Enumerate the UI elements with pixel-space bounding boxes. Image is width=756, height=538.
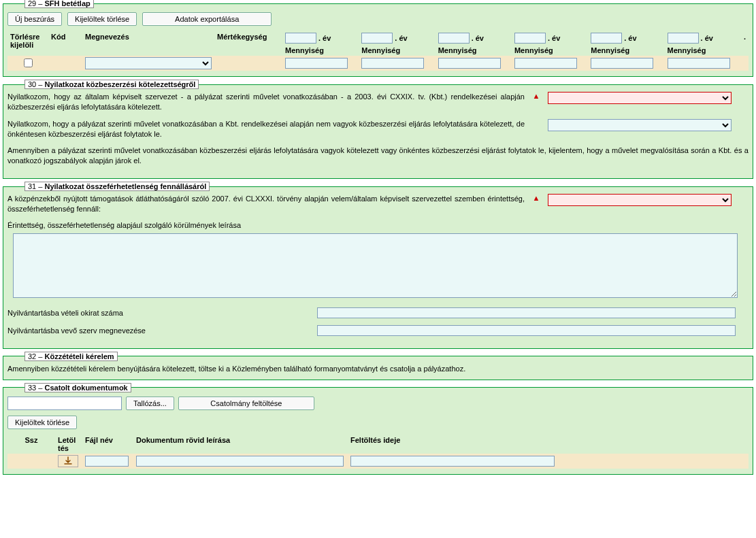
s31-leiras-label: Érintettség, összeférhetetlenség alapjáu… <box>7 221 749 229</box>
docs-button-row: Kijelöltek törlése <box>7 416 749 429</box>
section-kozzeteteli: 32 – Közzétételi kérelem Amennyiben közz… <box>3 352 753 380</box>
year-input-5[interactable] <box>591 33 622 44</box>
year-input-3[interactable] <box>438 33 470 44</box>
attach-row: Tallózás... Csatolmány feltöltése <box>7 397 749 410</box>
csatolmany-feltoltese-button[interactable]: Csatolmány feltöltése <box>178 397 314 410</box>
docs-th-ssz: Ssz <box>7 435 55 454</box>
sfh-th-dot: . <box>741 31 749 56</box>
sfh-th-menny-2: Mennyiség <box>359 45 435 56</box>
s31-szerv-label: Nyilvántartásba vevő szerv megnevezése <box>7 326 310 335</box>
sfh-th-menny-6: Mennyiség <box>665 45 741 56</box>
sfh-th-year-4: . év <box>512 31 588 45</box>
sfh-th-menny-1: Mennyiség <box>282 45 359 56</box>
section-csatolt-dok: 33 – Csatolt dokumentumok Tallózás... Cs… <box>3 383 753 475</box>
section-sfh-betetlap: 29 – SFH betétlap Új beszúrás Kijelöltek… <box>3 0 753 77</box>
docs-th-ideje: Feltöltés ideje <box>348 435 749 454</box>
s31-row-szam: Nyilvántartásba vételi okirat száma <box>7 307 749 318</box>
section-32-legend: 32 – Közzétételi kérelem <box>24 352 118 361</box>
sfh-th-year-6: . év <box>665 31 741 45</box>
sfh-th-menny-3: Mennyiség <box>435 45 512 56</box>
sfh-th-kod: Kód <box>48 31 82 56</box>
section-29-legend: 29 – SFH betétlap <box>24 0 94 8</box>
year-input-1[interactable] <box>285 33 316 44</box>
s31-select-1[interactable] <box>548 194 732 206</box>
adatok-exportalasa-button[interactable]: Adatok exportálása <box>142 12 272 26</box>
section-31-legend: 31 – Nyilatkozat összeférhetetlenség fen… <box>24 182 210 191</box>
sfh-qty-input-3[interactable] <box>438 58 501 69</box>
section-osszeferhetetlenseg: 31 – Nyilatkozat összeférhetetlenség fen… <box>3 182 753 349</box>
sfh-table-row <box>7 56 749 71</box>
s31-szerv-input[interactable] <box>317 325 736 336</box>
docs-th-letoltes: Letöl tés <box>55 435 82 454</box>
sfh-button-row: Új beszúrás Kijelöltek törlése Adatok ex… <box>7 12 749 26</box>
docs-leiras-input[interactable] <box>136 456 344 467</box>
sfh-qty-input-5[interactable] <box>591 58 653 69</box>
sfh-th-year-1: . év <box>282 31 359 45</box>
sfh-delete-checkbox[interactable] <box>24 58 33 67</box>
s30-select-1[interactable] <box>548 92 732 104</box>
sfh-th-year-5: . év <box>588 31 664 45</box>
uj-beszuras-button[interactable]: Új beszúrás <box>7 12 62 26</box>
download-button[interactable] <box>58 455 78 467</box>
section-kozbeszerzesi: 30 – Nyilatkozat közbeszerzési kötelezet… <box>3 80 753 179</box>
sfh-th-megnevezes: Megnevezés <box>82 31 214 56</box>
s30-select-2[interactable] <box>548 119 732 131</box>
s30-p1: Nyilatkozom, hogy az általam képviselt s… <box>7 92 525 112</box>
section-30-legend: 30 – Nyilatkozat közbeszerzési kötelezet… <box>24 80 199 89</box>
year-input-6[interactable] <box>668 33 699 44</box>
sfh-th-mertekegyseg: Mértékegység <box>214 31 282 56</box>
docs-kijeloltek-torlese-button[interactable]: Kijelöltek törlése <box>7 416 77 429</box>
kijeloltek-torlese-button[interactable]: Kijelöltek törlése <box>67 12 137 26</box>
sfh-qty-input-6[interactable] <box>668 58 730 69</box>
s30-row3: Amennyiben a pályázat szerinti művelet v… <box>7 146 749 166</box>
docs-fajlnev-input[interactable] <box>85 456 129 467</box>
warning-icon: ▲ <box>531 194 541 202</box>
s31-szam-label: Nyilvántartásba vételi okirat száma <box>7 309 310 317</box>
docs-table: Ssz Letöl tés Fájl név Dokumentum rövid … <box>7 435 749 469</box>
sfh-th-menny-4: Mennyiség <box>512 45 588 56</box>
s31-szam-input[interactable] <box>317 307 736 318</box>
s30-p2: Nyilatkozom, hogy a pályázat szerinti mű… <box>7 119 525 139</box>
docs-table-row <box>7 454 749 469</box>
docs-ideje-input[interactable] <box>350 456 555 467</box>
tallozas-button[interactable]: Tallózás... <box>126 397 174 410</box>
download-icon <box>63 456 73 466</box>
sfh-qty-input-4[interactable] <box>514 58 577 69</box>
sfh-th-menny-5: Mennyiség <box>588 45 664 56</box>
sfh-th-year-3: . év <box>435 31 512 45</box>
docs-th-leiras: Dokumentum rövid leírása <box>133 435 348 454</box>
sfh-qty-input-2[interactable] <box>361 58 424 69</box>
docs-th-fajlnev: Fájl név <box>82 435 133 454</box>
s30-p3: Amennyiben a pályázat szerinti művelet v… <box>7 146 749 166</box>
sfh-table: Törlésre kijelöli Kód Megnevezés Mértéke… <box>7 31 749 71</box>
file-input[interactable] <box>7 397 122 410</box>
sfh-th-torlesre: Törlésre kijelöli <box>7 31 48 56</box>
year-input-2[interactable] <box>361 33 393 44</box>
section-33-legend: 33 – Csatolt dokumentumok <box>24 383 131 392</box>
s31-row-szerv: Nyilvántartásba vevő szerv megnevezése <box>7 325 749 336</box>
s31-leiras-textarea[interactable] <box>13 233 738 298</box>
sfh-th-year-2: . év <box>359 31 435 45</box>
s31-row1: A közpénzekből nyújtott támogatások átlá… <box>7 194 749 214</box>
sfh-qty-input-1[interactable] <box>285 58 348 69</box>
s31-p1: A közpénzekből nyújtott támogatások átlá… <box>7 194 525 214</box>
s30-row1: Nyilatkozom, hogy az általam képviselt s… <box>7 92 749 112</box>
s32-p1: Amennyiben közzétételi kérelem benyújtás… <box>7 364 749 374</box>
year-input-4[interactable] <box>514 33 546 44</box>
sfh-code-select[interactable] <box>85 57 212 69</box>
s30-row2: Nyilatkozom, hogy a pályázat szerinti mű… <box>7 119 749 139</box>
warning-icon: ▲ <box>531 92 541 100</box>
